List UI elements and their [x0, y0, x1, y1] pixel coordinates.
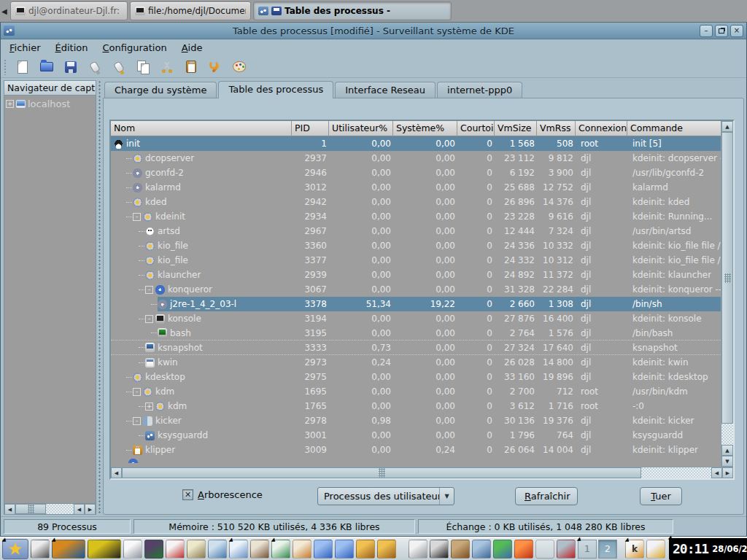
table-row[interactable]: - kdeinit 2934 0,00 0,00 0 23 228 9 616 …: [111, 209, 721, 224]
monitor-chart-applet[interactable]: ▲: [52, 540, 85, 559]
scroll-left-icon[interactable]: ◀: [111, 467, 122, 478]
col-connexion[interactable]: Connexion: [576, 121, 627, 136]
menu-aide[interactable]: Aide: [182, 42, 203, 53]
style-palette-icon[interactable]: [231, 58, 248, 76]
configure-wrench-icon[interactable]: [206, 58, 224, 76]
scroll-right-icon[interactable]: ▶: [722, 467, 733, 478]
toolbar-handle[interactable]: [4, 59, 7, 75]
table-row[interactable]: - kdm 1695 0,00 0,00 0 2 700 712 root /u…: [111, 384, 721, 399]
tab-internet-ppp0[interactable]: internet-ppp0: [437, 82, 522, 98]
wood-tool-icon[interactable]: ▲: [451, 540, 470, 559]
minimize-button[interactable]: –: [700, 25, 713, 37]
table-row[interactable]: klauncher 2939 0,00 0,00 0 24 892 11 372…: [111, 268, 721, 282]
tab-interface-reseau[interactable]: Interface Reseau: [335, 82, 436, 98]
table-row[interactable]: - kicker 2978 0,98 0,00 0 30 136 19 376 …: [111, 413, 721, 428]
disconnect-host-icon[interactable]: [110, 58, 128, 76]
scroll-down-icon[interactable]: ▼: [721, 456, 733, 467]
table-row[interactable]: kded 2942 0,00 0,00 0 26 896 14 376 djl …: [111, 195, 721, 209]
book-icon[interactable]: ▲: [377, 540, 396, 559]
laptop-icon[interactable]: ▲: [493, 540, 512, 559]
refresh-button[interactable]: Rafraîchir: [515, 487, 578, 505]
task-button-ksysguard[interactable]: Table des processus -: [253, 1, 452, 20]
col-nom[interactable]: Nom: [111, 121, 292, 136]
clock-applet[interactable]: ▲ 20:11 28/06/2004: [669, 538, 747, 560]
table-row-partial[interactable]: [111, 457, 721, 463]
table-row[interactable]: ksysguardd 3001 0,00 0,00 0 1 796 764 dj…: [111, 428, 721, 443]
note-editor-icon[interactable]: ▲: [123, 540, 142, 559]
table-row[interactable]: kdesktop 2975 0,00 0,00 0 33 160 19 896 …: [111, 370, 721, 384]
scroll-up-icon[interactable]: ▲: [721, 445, 733, 456]
col-systeme[interactable]: Système%: [393, 121, 457, 136]
ksysguard-icon[interactable]: ▲: [472, 540, 491, 559]
copy-icon[interactable]: [134, 58, 152, 76]
expand-icon[interactable]: -: [133, 417, 141, 425]
swirl-app-icon[interactable]: ▲: [166, 540, 185, 559]
home-icon[interactable]: ▲: [293, 540, 311, 559]
desktop-2-button[interactable]: 2: [598, 540, 617, 559]
scrollbar-thumb[interactable]: [122, 467, 641, 478]
organizer-tray-icon[interactable]: ▲: [646, 540, 665, 559]
scrollbar-thumb[interactable]: [721, 132, 733, 424]
screenshot-icon[interactable]: ▲: [208, 540, 227, 559]
col-pid[interactable]: PID: [292, 121, 329, 136]
scroll-right-icon[interactable]: ▶: [85, 504, 96, 515]
col-commande[interactable]: Commande: [627, 121, 733, 136]
task-button-terminal[interactable]: djl@ordinateur-Djl.fr: /home/: [10, 1, 128, 20]
red-star-icon[interactable]: ▲: [514, 540, 533, 559]
expand-icon[interactable]: +: [145, 402, 153, 411]
expand-icon[interactable]: -: [145, 286, 153, 294]
scrollbar-thumb[interactable]: [15, 504, 46, 514]
col-utilisateur[interactable]: Utilisateur%: [329, 121, 393, 136]
folder-icon[interactable]: ▲: [335, 540, 354, 559]
desktop-1-button[interactable]: 1: [578, 540, 597, 559]
terminal-icon[interactable]: ▲: [430, 540, 449, 559]
restore-button[interactable]: [715, 25, 728, 37]
scroll-left-icon[interactable]: ◀: [74, 504, 85, 515]
new-worksheet-icon[interactable]: [14, 58, 31, 76]
table-row[interactable]: kio_file 3360 0,00 0,00 0 24 336 10 332 …: [111, 238, 721, 253]
tab-table-des-processus[interactable]: Table des processus: [218, 81, 333, 98]
paste-icon[interactable]: [182, 58, 200, 76]
sidebar-hscrollbar[interactable]: ◀ ◀ ▶: [4, 504, 96, 515]
tree-checkbox-group[interactable]: ✕ Arborescence: [182, 489, 263, 500]
desktop-pager[interactable]: ▲ 1 2: [578, 540, 617, 559]
table-row[interactable]: init 1 0,00 0,00 0 1 568 508 root init […: [111, 136, 721, 151]
table-row[interactable]: kwin 2973 0,24 0,00 0 26 028 14 800 djl …: [111, 355, 721, 370]
tree-checkbox[interactable]: ✕: [182, 489, 193, 500]
menu-fichier[interactable]: Fichier: [9, 42, 41, 53]
book-icon[interactable]: ▲: [356, 540, 375, 559]
printer-icon[interactable]: ▲: [409, 540, 427, 559]
menu-configuration[interactable]: Configuration: [102, 42, 166, 53]
scroll-up-icon[interactable]: ▲: [721, 121, 733, 132]
flask-icon[interactable]: ▲: [229, 540, 248, 559]
save-worksheet-icon[interactable]: [62, 58, 80, 76]
table-row[interactable]: gconfd-2 2946 0,00 0,00 0 6 192 3 900 dj…: [111, 166, 721, 180]
table-row[interactable]: kio_file 3377 0,00 0,00 0 24 332 10 312 …: [111, 253, 721, 268]
globe-icon[interactable]: ▲: [535, 540, 554, 559]
kill-button[interactable]: Tuer: [640, 487, 682, 505]
table-row[interactable]: artsd 2967 0,00 0,00 0 12 444 7 324 djl …: [111, 224, 721, 238]
vertical-scrollbar[interactable]: ▲ ▲ ▼: [721, 121, 733, 467]
cut-icon[interactable]: [158, 58, 176, 76]
expand-icon[interactable]: -: [133, 213, 141, 221]
expand-icon[interactable]: +: [6, 100, 14, 108]
yellow-chart-applet[interactable]: ▲: [88, 540, 121, 559]
open-worksheet-icon[interactable]: [38, 58, 55, 76]
media-app-icon[interactable]: ▲: [144, 540, 163, 559]
col-vmrss[interactable]: VmRss: [537, 121, 576, 136]
chalkboard-icon[interactable]: ▲: [271, 540, 290, 559]
table-row[interactable]: - konsole 3194 0,00 0,00 0 27 876 16 400…: [111, 311, 721, 326]
scroll-left-icon[interactable]: ◀: [1, 7, 8, 15]
k-menu-button[interactable]: ▲: [2, 539, 28, 559]
col-vmsize[interactable]: VmSize: [495, 121, 537, 136]
gimp-icon[interactable]: ▲: [250, 540, 269, 559]
monitor-red-icon[interactable]: ▲: [557, 540, 576, 559]
table-row[interactable]: kalarmd 3012 0,00 0,00 0 25 688 12 752 d…: [111, 180, 721, 195]
chevron-down-icon[interactable]: ▼: [439, 488, 454, 505]
table-row[interactable]: + kdm 1765 0,00 0,00 0 3 612 1 716 root …: [111, 399, 721, 413]
task-button-filemanager[interactable]: file:/home/djl/Documents/do: [130, 1, 251, 20]
table-row[interactable]: ksnapshot 3333 0,73 0,00 0 27 324 17 640…: [111, 341, 721, 355]
table-row[interactable]: j2re-1_4_2_03-l 3378 51,34 19,22 0 2 660…: [111, 297, 721, 311]
tree-node-localhost[interactable]: + localhost: [6, 98, 94, 109]
scroll-left-icon[interactable]: ◀: [4, 504, 15, 515]
